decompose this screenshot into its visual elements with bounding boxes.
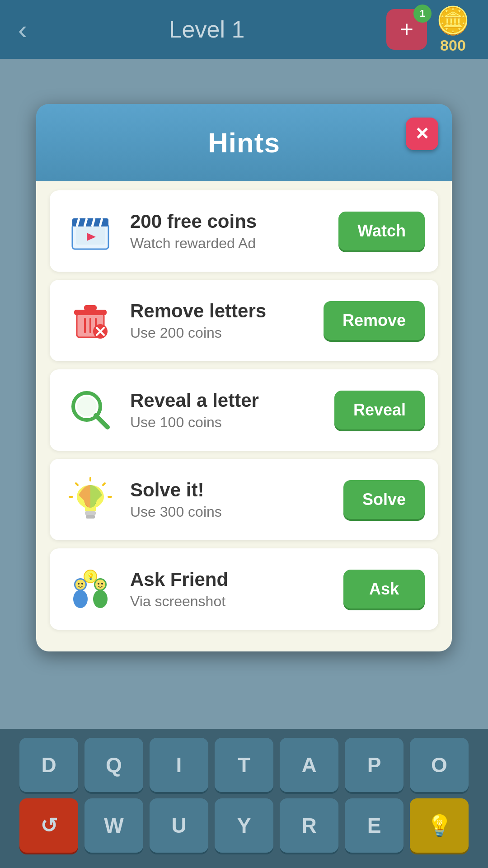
- modal-header: Hints ✕: [36, 104, 452, 181]
- svg-point-33: [95, 580, 105, 590]
- hint-name-remove: Remove letters: [130, 300, 311, 322]
- hint-name-reveal: Reveal a letter: [130, 390, 322, 411]
- hint-row-watch-ad: 200 free coins Watch rewarded Ad Watch: [50, 190, 438, 272]
- svg-point-28: [75, 580, 85, 590]
- key-O[interactable]: O: [410, 738, 469, 792]
- svg-point-34: [98, 583, 99, 585]
- svg-point-35: [101, 583, 103, 585]
- hints-modal: Hints ✕: [36, 104, 452, 651]
- hint-desc-watch: Watch rewarded Ad: [130, 235, 326, 252]
- hint-desc-remove: Use 200 coins: [130, 325, 311, 341]
- coin-icon: 🪙: [436, 5, 470, 37]
- svg-rect-26: [86, 515, 95, 519]
- key-E[interactable]: E: [345, 798, 404, 853]
- hint-name-watch: 200 free coins: [130, 211, 326, 232]
- ask-button[interactable]: Ask: [343, 570, 425, 609]
- watch-button[interactable]: Watch: [338, 212, 425, 250]
- header: ‹ Level 1 + 1 🪙 800: [0, 0, 488, 59]
- hint-row-reveal: Reveal a letter Use 100 coins Reveal: [50, 369, 438, 451]
- key-P[interactable]: P: [345, 738, 404, 792]
- key-Y[interactable]: Y: [215, 798, 273, 853]
- key-T[interactable]: T: [215, 738, 273, 792]
- back-button[interactable]: ‹: [18, 14, 27, 45]
- svg-point-36: [93, 590, 108, 608]
- reset-button[interactable]: ↺: [19, 798, 78, 853]
- close-icon: ✕: [415, 125, 429, 142]
- key-D[interactable]: D: [19, 738, 78, 792]
- hint-text-solve: Solve it! Use 300 coins: [130, 479, 331, 520]
- hint-key-button[interactable]: 💡: [410, 798, 469, 853]
- friends-icon: 💡: [63, 562, 117, 616]
- trash-icon: [63, 293, 117, 348]
- keyboard: D Q I T A P O ↺ W U Y R E 💡: [0, 729, 488, 868]
- hint-name-solve: Solve it!: [130, 479, 331, 501]
- hint-desc-ask: Via screenshot: [130, 593, 331, 610]
- remove-button[interactable]: Remove: [324, 301, 425, 340]
- level-title: Level 1: [169, 16, 245, 43]
- magnify-icon: [63, 383, 117, 437]
- key-R[interactable]: R: [280, 798, 338, 853]
- hint-row-ask: 💡 Ask Friend Via screenshot Ask: [50, 548, 438, 630]
- hint-desc-solve: Use 300 coins: [130, 504, 331, 520]
- coins-display: 🪙 800: [436, 5, 470, 54]
- modal-body: 200 free coins Watch rewarded Ad Watch: [36, 181, 452, 651]
- hint-text-reveal: Reveal a letter Use 100 coins: [130, 390, 322, 431]
- close-button[interactable]: ✕: [406, 118, 438, 150]
- header-right: + 1 🪙 800: [386, 5, 470, 54]
- clapper-icon: [63, 204, 117, 258]
- svg-rect-25: [85, 511, 96, 515]
- coin-amount: 800: [440, 37, 466, 54]
- hint-text-watch: 200 free coins Watch rewarded Ad: [130, 211, 326, 252]
- key-I[interactable]: I: [150, 738, 208, 792]
- svg-point-29: [78, 583, 80, 585]
- bulb-icon: [63, 472, 117, 527]
- svg-point-30: [81, 583, 83, 585]
- key-U[interactable]: U: [150, 798, 208, 853]
- svg-point-19: [77, 396, 97, 416]
- hint-text-remove: Remove letters Use 200 coins: [130, 300, 311, 341]
- svg-text:💡: 💡: [87, 573, 95, 580]
- key-A[interactable]: A: [280, 738, 338, 792]
- add-badge[interactable]: + 1: [386, 9, 427, 50]
- solve-button[interactable]: Solve: [343, 480, 425, 519]
- hint-text-ask: Ask Friend Via screenshot: [130, 569, 331, 610]
- svg-line-22: [76, 483, 78, 485]
- key-Q[interactable]: Q: [84, 738, 143, 792]
- svg-rect-10: [84, 305, 97, 311]
- key-W[interactable]: W: [84, 798, 143, 853]
- svg-line-21: [103, 483, 105, 485]
- hint-desc-reveal: Use 100 coins: [130, 414, 322, 431]
- badge-count: 1: [413, 5, 432, 23]
- reveal-button[interactable]: Reveal: [334, 391, 425, 429]
- modal-title: Hints: [54, 127, 434, 159]
- hint-row-remove: Remove letters Use 200 coins Remove: [50, 280, 438, 361]
- keyboard-row-1: D Q I T A P O: [9, 738, 479, 792]
- hint-row-solve: Solve it! Use 300 coins Solve: [50, 459, 438, 540]
- hint-name-ask: Ask Friend: [130, 569, 331, 590]
- svg-point-31: [73, 590, 88, 608]
- keyboard-row-2: ↺ W U Y R E 💡: [9, 798, 479, 853]
